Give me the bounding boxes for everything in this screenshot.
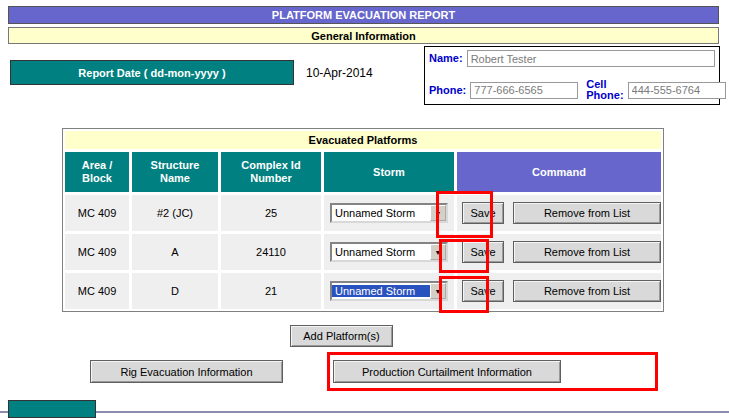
phone-row: Phone: Cell Phone: — [429, 79, 715, 101]
phone-input[interactable] — [470, 82, 578, 99]
remove-from-list-button[interactable]: Remove from List — [513, 202, 661, 224]
dropdown-arrow-icon: ▼ — [430, 205, 446, 221]
command-cell: Save Remove from List — [457, 195, 661, 231]
rig-evacuation-information-button[interactable]: Rig Evacuation Information — [90, 360, 283, 383]
page-title: PLATFORM EVACUATION REPORT — [8, 6, 719, 24]
column-header-complex-id: Complex Id Number — [221, 152, 321, 192]
area-block-cell: MC 409 — [65, 273, 129, 309]
complex-id-cell: 21 — [221, 273, 321, 309]
save-button[interactable]: Save — [462, 280, 504, 302]
complex-id-cell: 24110 — [221, 234, 321, 270]
evacuated-platforms-header: Evacuated Platforms — [65, 131, 661, 149]
dropdown-arrow-icon: ▼ — [430, 283, 446, 299]
structure-name-cell: D — [132, 273, 218, 309]
bottom-divider-line — [0, 411, 729, 413]
dropdown-arrow-icon: ▼ — [430, 244, 446, 260]
storm-select-value: Unnamed Storm — [332, 246, 430, 258]
area-block-cell: MC 409 — [65, 234, 129, 270]
storm-cell: Unnamed Storm ▼ — [324, 273, 454, 309]
command-cell: Save Remove from List — [457, 273, 661, 309]
save-button[interactable]: Save — [462, 202, 504, 224]
area-block-cell: MC 409 — [65, 195, 129, 231]
storm-select[interactable]: Unnamed Storm ▼ — [330, 281, 448, 301]
column-header-command: Command — [457, 152, 661, 192]
name-label: Name: — [429, 53, 463, 64]
production-curtailment-information-button[interactable]: Production Curtailment Information — [333, 360, 561, 383]
structure-name-cell: A — [132, 234, 218, 270]
structure-name-cell: #2 (JC) — [132, 195, 218, 231]
report-date-label: Report Date ( dd-mon-yyyy ) — [10, 60, 294, 85]
storm-select-value: Unnamed Storm — [332, 285, 430, 297]
storm-cell: Unnamed Storm ▼ — [324, 234, 454, 270]
platform-evacuation-report-page: PLATFORM EVACUATION REPORT General Infor… — [0, 0, 729, 418]
remove-from-list-button[interactable]: Remove from List — [513, 241, 661, 263]
save-button[interactable]: Save — [462, 241, 504, 263]
next-section-header-partial — [8, 400, 96, 418]
contact-info-box: Name: Phone: Cell Phone: — [424, 46, 720, 105]
phone-label: Phone: — [429, 85, 466, 96]
complex-id-cell: 25 — [221, 195, 321, 231]
column-header-storm: Storm — [324, 152, 454, 192]
name-row: Name: — [429, 50, 715, 67]
storm-select[interactable]: Unnamed Storm ▼ — [330, 203, 448, 223]
remove-from-list-button[interactable]: Remove from List — [513, 280, 661, 302]
column-header-area-block: Area / Block — [65, 152, 129, 192]
storm-cell: Unnamed Storm ▼ — [324, 195, 454, 231]
cell-phone-input[interactable] — [628, 82, 726, 99]
column-header-structure-name: Structure Name — [132, 152, 218, 192]
report-date-value: 10-Apr-2014 — [306, 60, 416, 85]
cell-phone-label: Cell Phone: — [586, 79, 623, 101]
add-platforms-button[interactable]: Add Platform(s) — [290, 325, 393, 347]
general-information-header: General Information — [8, 27, 719, 44]
command-cell: Save Remove from List — [457, 234, 661, 270]
storm-select-value: Unnamed Storm — [332, 207, 430, 219]
storm-select[interactable]: Unnamed Storm ▼ — [330, 242, 448, 262]
evacuated-platforms-table: Evacuated Platforms Area / Block Structu… — [62, 128, 664, 312]
name-input[interactable] — [467, 50, 715, 67]
